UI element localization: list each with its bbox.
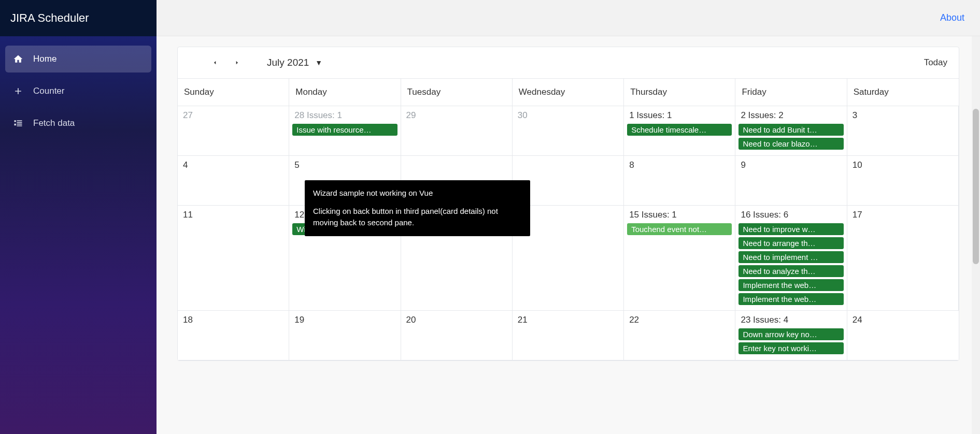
day-label: [404, 159, 509, 163]
calendar-event[interactable]: Need to arrange th…: [738, 237, 843, 249]
sidebar: JIRA Scheduler Home Counter Fetch data: [0, 0, 157, 434]
tooltip-body: Clicking on back button in third panel(c…: [313, 206, 522, 229]
calendar-event[interactable]: Down arrow key no…: [738, 328, 843, 340]
plus-icon: [12, 85, 24, 97]
sidebar-item-label: Counter: [33, 86, 64, 96]
calendar-day-name: Monday: [289, 79, 401, 106]
calendar-event[interactable]: Touchend event not…: [627, 223, 732, 235]
calendar-day-cell[interactable]: 20: [401, 311, 513, 360]
day-label: 15 Issues: 1: [627, 209, 732, 223]
scrollbar[interactable]: [972, 36, 980, 434]
main: About July 2021: [157, 0, 980, 434]
calendar-day-cell[interactable]: 28 Issues: 1Issue with resource…: [289, 106, 401, 156]
day-label: 5: [292, 159, 397, 173]
day-label: 10: [850, 159, 955, 173]
calendar-day-cell[interactable]: 22: [624, 311, 735, 360]
day-label: 11: [181, 209, 286, 223]
calendar-event[interactable]: Need to add Bunit t…: [738, 124, 843, 136]
sidebar-item-counter[interactable]: Counter: [5, 78, 151, 105]
day-label: 1 Issues: 1: [627, 109, 732, 124]
day-label: 17: [850, 209, 955, 223]
calendar-day-cell[interactable]: 10: [847, 156, 959, 206]
sidebar-item-label: Home: [33, 54, 56, 64]
calendar-day-cell[interactable]: 27: [178, 106, 289, 156]
calendar-day-cell[interactable]: 1 Issues: 1Schedule timescale…: [624, 106, 735, 156]
today-button[interactable]: Today: [924, 57, 947, 68]
app-brand: JIRA Scheduler: [0, 0, 157, 36]
day-label: 29: [404, 109, 509, 124]
calendar-day-cell[interactable]: 16 Issues: 6Need to improve w…Need to ar…: [735, 206, 847, 311]
calendar-day-name: Friday: [735, 79, 847, 106]
calendar-day-cell[interactable]: 29: [401, 106, 513, 156]
calendar-event[interactable]: Implement the web…: [738, 293, 843, 305]
calendar-day-cell[interactable]: 17: [847, 206, 959, 311]
day-label: [516, 209, 620, 213]
day-label: 22: [627, 314, 732, 328]
day-label: 19: [292, 314, 397, 328]
prev-month-button[interactable]: [209, 56, 221, 69]
calendar-day-header: SundayMondayTuesdayWednesdayThursdayFrid…: [178, 79, 959, 106]
calendar-body: 2728 Issues: 1Issue with resource…29301 …: [178, 106, 959, 360]
day-label: 9: [738, 159, 843, 173]
calendar-day-cell[interactable]: 30: [513, 106, 624, 156]
calendar-day-cell[interactable]: 24: [847, 311, 959, 360]
calendar-event[interactable]: Enter key not worki…: [738, 342, 843, 354]
sidebar-item-fetch-data[interactable]: Fetch data: [5, 110, 151, 137]
day-label: 2 Issues: 2: [738, 109, 843, 124]
day-label: 23 Issues: 4: [738, 314, 843, 328]
sidebar-item-home[interactable]: Home: [5, 46, 151, 73]
calendar-day-cell[interactable]: 23 Issues: 4Down arrow key no…Enter key …: [735, 311, 847, 360]
scrollbar-thumb[interactable]: [973, 109, 979, 264]
calendar-day-cell[interactable]: 11: [178, 206, 289, 311]
next-month-button[interactable]: [231, 56, 243, 69]
calendar-event[interactable]: Need to clear blazo…: [738, 138, 843, 150]
calendar-toolbar: July 2021 ▼ Today: [178, 47, 959, 79]
day-label: 16 Issues: 6: [738, 209, 843, 223]
day-label: 4: [181, 159, 286, 173]
tooltip-title: Wizard sample not working on Vue: [313, 187, 522, 199]
calendar-day-name: Wednesday: [513, 79, 624, 106]
content: July 2021 ▼ Today SundayMondayTuesdayWed…: [157, 36, 980, 434]
day-label: 18: [181, 314, 286, 328]
event-tooltip: Wizard sample not working on Vue Clickin…: [305, 180, 530, 236]
day-label: 8: [627, 159, 732, 173]
calendar-day-name: Tuesday: [401, 79, 513, 106]
calendar-event[interactable]: Need to implement …: [738, 251, 843, 263]
calendar-day-cell[interactable]: 4: [178, 156, 289, 206]
calendar-day-cell[interactable]: 9: [735, 156, 847, 206]
day-label: 27: [181, 109, 286, 124]
calendar-day-name: Thursday: [624, 79, 735, 106]
calendar-day-cell[interactable]: 8: [624, 156, 735, 206]
calendar-day-cell[interactable]: 3: [847, 106, 959, 156]
calendar-event[interactable]: Schedule timescale…: [627, 124, 732, 136]
day-label: 20: [404, 314, 509, 328]
day-label: 21: [516, 314, 620, 328]
calendar-day-cell[interactable]: 19: [289, 311, 401, 360]
calendar-event[interactable]: Implement the web…: [738, 279, 843, 291]
calendar: July 2021 ▼ Today SundayMondayTuesdayWed…: [177, 47, 959, 361]
calendar-title-dropdown[interactable]: July 2021 ▼: [267, 57, 322, 68]
sidebar-nav: Home Counter Fetch data: [0, 36, 157, 146]
calendar-title: July 2021: [267, 57, 309, 68]
calendar-event[interactable]: Issue with resource…: [292, 124, 397, 136]
sidebar-item-label: Fetch data: [33, 118, 75, 128]
calendar-event[interactable]: Need to improve w…: [738, 223, 843, 235]
calendar-day-cell[interactable]: 21: [513, 311, 624, 360]
home-icon: [12, 53, 24, 65]
calendar-day-name: Sunday: [178, 79, 289, 106]
day-label: 30: [516, 109, 620, 124]
day-label: [516, 159, 620, 163]
day-label: 3: [850, 109, 955, 124]
calendar-day-cell[interactable]: 15 Issues: 1Touchend event not…: [624, 206, 735, 311]
list-icon: [12, 118, 24, 129]
day-label: 28 Issues: 1: [292, 109, 397, 124]
calendar-day-name: Saturday: [847, 79, 959, 106]
about-link[interactable]: About: [940, 12, 964, 23]
topbar: About: [157, 0, 980, 36]
calendar-event[interactable]: Need to analyze th…: [738, 265, 843, 277]
calendar-day-cell[interactable]: 18: [178, 311, 289, 360]
caret-down-icon: ▼: [315, 59, 322, 67]
calendar-day-cell[interactable]: 2 Issues: 2Need to add Bunit t…Need to c…: [735, 106, 847, 156]
day-label: 24: [850, 314, 956, 328]
